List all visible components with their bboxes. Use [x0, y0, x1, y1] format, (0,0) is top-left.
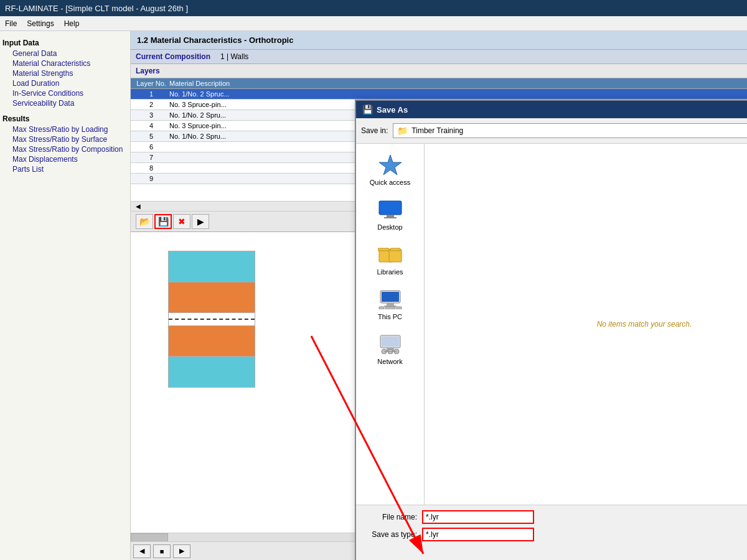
bottom-btn-1[interactable]: ◀ [133, 544, 151, 558]
table-header-row: Layer No. Material Description [131, 78, 747, 89]
col-layer-no: Layer No. [136, 80, 167, 87]
svg-rect-1 [379, 201, 402, 215]
svg-rect-13 [385, 307, 395, 309]
clt-visualization [168, 251, 255, 388]
menu-file[interactable]: File [5, 19, 17, 28]
composition-value: 1 | Walls [220, 52, 248, 61]
sidebar-item-general-data[interactable]: General Data [2, 49, 128, 58]
clt-layer-1 [168, 251, 255, 282]
cell-row7-no: 7 [136, 154, 167, 161]
cell-row1-no: 1 [136, 90, 167, 98]
menu-help[interactable]: Help [64, 19, 80, 28]
svg-rect-6 [389, 250, 402, 262]
open-button[interactable]: 📂 [136, 214, 153, 229]
svg-rect-5 [378, 248, 389, 251]
title-bar: RF-LAMINATE - [Simple CLT model - August… [0, 0, 747, 16]
svg-rect-12 [379, 307, 384, 309]
panel-header: 1.2 Material Characteristics - Orthotrop… [131, 31, 747, 50]
sidebar-item-parts-list[interactable]: Parts List [2, 164, 128, 174]
bottom-btn-3[interactable]: ▶ [173, 544, 190, 558]
bottom-btn-2[interactable]: ■ [153, 544, 171, 558]
clt-layer-2 [168, 282, 255, 313]
dialog-buttons: Save Cancel [361, 546, 747, 560]
main-layout: Input Data General Data Material Charact… [0, 31, 747, 560]
save-type-input[interactable] [422, 528, 534, 541]
composition-bar: Current Composition 1 | Walls [131, 50, 747, 64]
cell-row3-no: 3 [136, 111, 167, 119]
dialog-bottom: File name: Save as type: Save Cancel [356, 505, 747, 560]
cell-row9-no: 9 [136, 175, 167, 182]
save-in-bar: Save in: 📁 Timber Training ▼ 🌐 ⬆ 📁 ⊞ ▼ [356, 118, 747, 144]
title-text: RF-LAMINATE - [Simple CLT model - August… [5, 4, 188, 13]
dialog-titlebar: 💾 Save As [356, 101, 747, 118]
network-icon [378, 333, 403, 355]
svg-rect-7 [390, 248, 400, 251]
nav-network[interactable]: Network [362, 328, 418, 370]
content-area: 1.2 Material Characteristics - Orthotrop… [131, 31, 747, 560]
cell-row6-no: 6 [136, 143, 167, 151]
composition-label: Current Composition [136, 52, 210, 61]
quick-access-icon [378, 154, 403, 176]
no-items-message: No items match your search. [597, 320, 692, 329]
cell-row8-no: 8 [136, 164, 167, 172]
nav-network-label: Network [377, 358, 402, 365]
sidebar-item-max-stress-loading[interactable]: Max Stress/Ratio by Loading [2, 124, 128, 134]
layers-section: Layers [131, 64, 747, 78]
scroll-left-btn[interactable]: ◀ [136, 203, 141, 210]
svg-rect-9 [382, 292, 399, 302]
cell-row5-no: 5 [136, 133, 167, 140]
nav-desktop-label: Desktop [377, 223, 402, 231]
menu-bar: File Settings Help [0, 16, 747, 31]
svg-rect-14 [397, 307, 402, 309]
clt-center-line [168, 313, 255, 325]
sidebar-item-serviceability[interactable]: Serviceability Data [2, 98, 128, 108]
nav-this-pc-label: This PC [378, 313, 402, 320]
this-pc-icon [378, 288, 403, 310]
libraries-icon [378, 243, 403, 266]
input-section-header: Input Data [2, 39, 128, 47]
sidebar-item-max-stress-surface[interactable]: Max Stress/Ratio by Surface [2, 134, 128, 144]
dialog-body: Quick access Desktop [356, 144, 747, 505]
file-name-label: File name: [361, 513, 417, 521]
save-type-label: Save as type: [361, 530, 417, 539]
nav-quick-access[interactable]: Quick access [362, 149, 418, 191]
save-as-dialog: 💾 Save As Save in: 📁 Timber Training ▼ 🌐… [355, 100, 747, 560]
sidebar: Input Data General Data Material Charact… [0, 31, 131, 560]
menu-settings[interactable]: Settings [27, 19, 54, 28]
nav-desktop[interactable]: Desktop [362, 194, 418, 236]
dialog-nav: Quick access Desktop [356, 144, 425, 505]
run-button[interactable]: ▶ [192, 214, 209, 229]
sidebar-item-in-service[interactable]: In-Service Conditions [2, 88, 128, 98]
save-in-value: Timber Training [411, 126, 463, 135]
desktop-icon [378, 198, 403, 221]
sidebar-item-load-duration[interactable]: Load Duration [2, 78, 128, 88]
save-button[interactable]: 💾 [154, 214, 172, 229]
svg-rect-2 [387, 215, 394, 217]
clt-layer-5 [168, 357, 255, 388]
sidebar-item-material-characteristics[interactable]: Material Characteristics [2, 58, 128, 68]
sidebar-item-material-strengths[interactable]: Material Strengths [2, 68, 128, 78]
svg-marker-0 [379, 155, 402, 175]
file-list-area: No items match your search. [425, 144, 747, 505]
file-name-row: File name: [361, 510, 747, 524]
file-name-input[interactable] [422, 510, 534, 524]
results-section-header: Results [2, 114, 128, 123]
svg-rect-3 [384, 217, 397, 218]
svg-rect-10 [387, 303, 394, 306]
table-row[interactable]: 1 No. 1/No. 2 Spruc... [131, 89, 747, 100]
clt-layer-4 [168, 325, 255, 357]
delete-button[interactable]: ✖ [173, 214, 190, 229]
save-in-combo[interactable]: 📁 Timber Training ▼ [393, 123, 747, 138]
nav-libraries[interactable]: Libraries [362, 238, 418, 281]
dialog-content: No items match your search. [425, 144, 747, 505]
nav-this-pc[interactable]: This PC [362, 283, 418, 325]
panel-body: Current Composition 1 | Walls Layers Lay… [131, 50, 747, 560]
nav-libraries-label: Libraries [377, 268, 403, 276]
scroll-thumb[interactable] [131, 533, 168, 542]
sidebar-item-max-displacements[interactable]: Max Displacements [2, 154, 128, 164]
dialog-title-icon: 💾 [362, 105, 373, 114]
cell-row2-no: 2 [136, 101, 167, 108]
sidebar-item-max-stress-composition[interactable]: Max Stress/Ratio by Composition [2, 144, 128, 154]
cell-row1-desc: No. 1/No. 2 Spruc... [167, 90, 742, 98]
svg-rect-16 [382, 337, 399, 347]
